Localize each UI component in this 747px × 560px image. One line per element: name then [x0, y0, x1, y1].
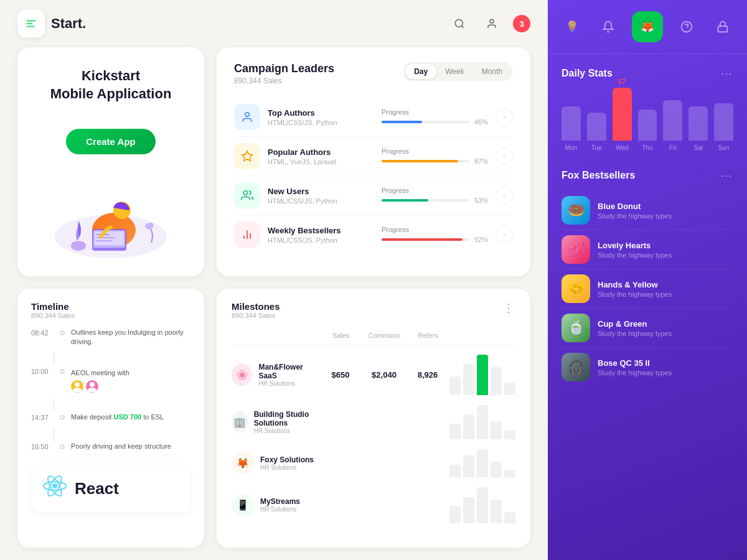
fox-bestsellers: Fox Bestsellers ⋯ 🍩 Blue Donut Study the…: [548, 159, 747, 560]
weekly-bestsellers-arrow[interactable]: ›: [496, 226, 513, 243]
popular-authors-arrow[interactable]: ›: [496, 147, 513, 165]
milestone-row-4: 📱 MyStreams HR Solutions: [232, 482, 515, 528]
hands-yellow-thumb: 🤝: [561, 274, 590, 303]
popular-authors-info: Popular Authors HTML, VueJS, Laravel: [268, 147, 374, 166]
daily-stats-options[interactable]: ⋯: [721, 67, 733, 80]
svg-rect-31: [718, 26, 728, 32]
svg-point-25: [52, 483, 57, 488]
new-users-icon: [234, 182, 260, 208]
search-button[interactable]: [448, 12, 471, 35]
campaign-header: Campaign Leaders 890,344 Sales Day Week …: [234, 62, 513, 85]
svg-rect-14: [96, 240, 112, 241]
chart-bar-mon: Mon: [561, 106, 581, 151]
svg-point-23: [75, 382, 80, 387]
panel-nav-lightbulb[interactable]: 💡: [560, 14, 585, 39]
weekly-bestsellers-icon: [234, 222, 260, 248]
avatar-2: [86, 380, 98, 393]
col-comission: Comission: [362, 329, 406, 340]
notification-badge[interactable]: 3: [513, 15, 530, 32]
popular-authors-progress: Progress 87%: [382, 147, 488, 165]
react-banner: React: [31, 465, 190, 513]
timeline-card: Timeline 890,344 Sales 08:42 Outlines ke…: [17, 289, 204, 548]
panel-nav-help[interactable]: [674, 14, 699, 39]
react-icon: [42, 474, 67, 504]
chart-area: Mon Tue 57 Wed Thu Fri: [561, 89, 733, 151]
new-users-info: New Users HTML/CSS/JS, Python: [268, 187, 374, 205]
cup-green-thumb: 🍵: [561, 314, 590, 342]
daily-stats-title: Daily Stats: [561, 68, 613, 79]
daily-stats-header: Daily Stats ⋯: [561, 67, 733, 80]
svg-point-3: [455, 19, 463, 27]
timeline-item-1: 08:42 Outlines keep you Indulging in poo…: [31, 328, 190, 347]
daily-stats: Daily Stats ⋯ Mon Tue 57 Wed Th: [548, 54, 747, 159]
milestone-row-3: 🦊 Foxy Solutions HR Solutions: [232, 444, 515, 482]
fox-bestsellers-options[interactable]: ⋯: [721, 169, 733, 182]
fb-item-cup-green[interactable]: 🍵 Cup & Green Study the highway types: [561, 309, 733, 348]
user-button[interactable]: [481, 12, 503, 35]
new-users-arrow[interactable]: ›: [496, 187, 513, 204]
svg-point-15: [71, 241, 86, 251]
avatar-1: [71, 380, 83, 393]
panel-nav-notification[interactable]: [596, 14, 621, 39]
milestone-row-1: 🌸 Man&Flower SaaS HR Solutions $650 $2,0…: [232, 350, 515, 400]
tab-week[interactable]: Week: [436, 64, 472, 79]
fb-item-blue-donut[interactable]: 🍩 Blue Donut Study the highway types: [561, 191, 733, 230]
fox-bestsellers-title: Fox Bestsellers: [561, 170, 635, 181]
tab-month[interactable]: Month: [473, 64, 511, 79]
react-label: React: [75, 479, 119, 498]
weekly-bestsellers-progress: Progress 92%: [382, 226, 488, 243]
hands-yellow-info: Hands & Yellow Study the highway types: [598, 280, 672, 298]
timeline-item-2: 10:00 AEOL meeting with: [31, 366, 190, 392]
bose-info: Bose QC 35 II Study the highway types: [598, 358, 672, 376]
svg-point-19: [243, 191, 248, 195]
svg-point-17: [245, 113, 250, 117]
kickstart-title: Kickstart Mobile Application: [50, 67, 172, 103]
timeline-item-4: 16:50 Poorly driving and keep structure: [31, 442, 190, 451]
chart-bar-sun: Sun: [714, 103, 733, 151]
chart-bar-thu: Thu: [638, 110, 657, 151]
blue-donut-info: Blue Donut Study the highway types: [598, 202, 672, 220]
campaign-subtitle: 890,344 Sales: [234, 77, 334, 85]
svg-point-5: [490, 19, 494, 23]
milestones-table: Sales Comission Refers 🌸 Man&Flower SaaS…: [232, 329, 515, 536]
campaign-row-top-authors: Top Authors HTML/CSS/JS, Python Progress…: [234, 98, 513, 137]
campaign-row-weekly-bestsellers: Weekly Bestsellers HTML/CSS/JS, Python P…: [234, 215, 513, 254]
lovely-hearts-info: Lovely Hearts Study the highway types: [598, 241, 672, 259]
new-users-progress: Progress 53%: [382, 187, 488, 204]
fb-item-lovely-hearts[interactable]: 💕 Lovely Hearts Study the highway types: [561, 230, 733, 269]
milestones-card: Milestones 890,344 Sales ⋮ Sales Comissi…: [217, 289, 530, 548]
timeline-subtitle: 890,344 Sales: [31, 312, 190, 319]
panel-nav-lock[interactable]: [710, 14, 735, 39]
campaign-card: Campaign Leaders 890,344 Sales Day Week …: [217, 47, 530, 276]
right-panel: 💡 🦊 Daily Stats ⋯ Mon: [548, 0, 747, 560]
main-area: Start. 3 Kickstart Mobile Application: [0, 0, 548, 560]
campaign-row-popular-authors: Popular Authors HTML, VueJS, Laravel Pro…: [234, 137, 513, 176]
logo: Start.: [17, 10, 86, 37]
bose-thumb: 🎧: [561, 353, 590, 381]
col-sales: Sales: [319, 329, 362, 340]
svg-marker-18: [242, 151, 253, 161]
panel-nav-fox[interactable]: 🦊: [632, 11, 663, 42]
chart-bar-wed: 57 Wed: [613, 78, 632, 151]
hero-illustration: [49, 180, 173, 261]
timeline-item-3: 14:37 Make deposit USD 700 to ESL: [31, 413, 190, 422]
popular-authors-icon: [234, 143, 260, 169]
top-authors-arrow[interactable]: ›: [496, 108, 513, 126]
lovely-hearts-thumb: 💕: [561, 235, 590, 264]
blue-donut-thumb: 🍩: [561, 196, 590, 225]
fox-bestsellers-header: Fox Bestsellers ⋯: [561, 169, 733, 182]
top-authors-icon: [234, 104, 260, 130]
logo-text: Start.: [51, 16, 86, 32]
top-authors-info: Top Authors HTML/CSS/JS, Python: [268, 108, 374, 126]
tab-day[interactable]: Day: [405, 64, 436, 79]
milestones-col-headers: Sales Comission Refers: [232, 329, 515, 346]
top-authors-tech: HTML/CSS/JS, Python: [268, 119, 374, 126]
fb-item-bose[interactable]: 🎧 Bose QC 35 II Study the highway types: [561, 348, 733, 386]
fb-item-hands-yellow[interactable]: 🤝 Hands & Yellow Study the highway types: [561, 269, 733, 309]
milestones-options[interactable]: ⋮: [503, 301, 515, 315]
milestones-subtitle: 890,344 Sales: [232, 312, 280, 319]
svg-line-4: [461, 26, 463, 27]
milestones-title: Milestones: [232, 301, 280, 312]
campaign-row-new-users: New Users HTML/CSS/JS, Python Progress 5…: [234, 176, 513, 215]
create-app-button[interactable]: Create App: [66, 129, 155, 154]
